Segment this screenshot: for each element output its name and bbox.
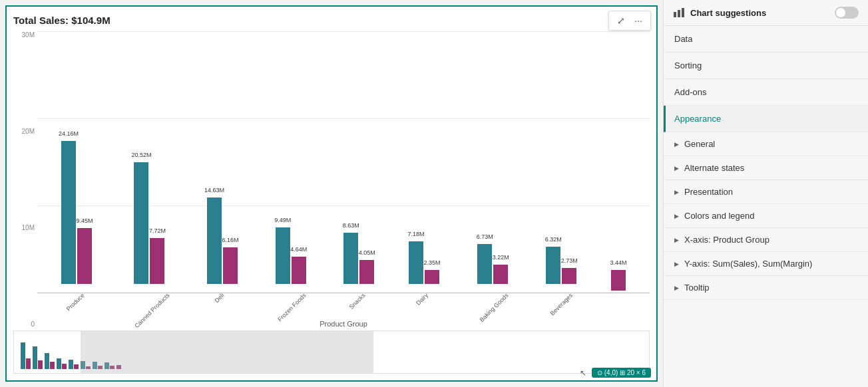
- y-label-30m: 30M: [22, 31, 35, 39]
- chevron-right-icon: ▶: [674, 189, 679, 195]
- bar-value-purple: 3.22M: [493, 254, 509, 261]
- bar-group-baking: 6.73M 3.22M Baking Goods: [474, 244, 512, 293]
- bar-teal-snacks[interactable]: 8.63M: [343, 233, 358, 284]
- x-axis-title: Product Group: [37, 320, 650, 328]
- panel-header: Chart suggestions: [664, 0, 868, 26]
- bar-value-teal: 8.63M: [343, 222, 359, 229]
- bar-value-teal: 6.32M: [545, 236, 562, 243]
- section-tooltip-header[interactable]: ▶ Tooltip: [664, 276, 868, 299]
- bar-value-teal: 24.16M: [59, 130, 79, 137]
- bar-teal-produce[interactable]: 24.16M: [61, 141, 76, 284]
- bar-value-purple: 7.72M: [149, 227, 166, 234]
- y-label-10m: 10M: [22, 224, 35, 231]
- mini-chart[interactable]: [13, 330, 650, 374]
- bar-group-beverages: 6.32M 2.73M Beverages: [546, 247, 576, 293]
- bar-teal-deli[interactable]: 14.63M: [207, 197, 222, 284]
- bar-value-purple: 6.16M: [222, 237, 239, 243]
- section-y-axis-header[interactable]: ▶ Y-axis: Sum(Sales), Sum(Margin): [664, 252, 868, 275]
- section-colors-legend: ▶ Colors and legend: [664, 204, 868, 228]
- bar-pair: 6.73M 3.22M: [477, 244, 508, 284]
- bar-purple-last[interactable]: 3.44M: [611, 270, 626, 291]
- chevron-right-icon: ▶: [674, 165, 679, 172]
- bar-value-purple: 4.05M: [359, 249, 375, 256]
- section-presentation: ▶ Presentation: [664, 180, 868, 204]
- chart-body: 30M 20M 10M 0: [13, 31, 650, 328]
- bar-teal-canned[interactable]: 20.52M: [134, 162, 148, 284]
- bar-group-snacks: 8.63M 4.05M Snacks: [343, 233, 374, 293]
- bar-pair: 3.44M: [611, 270, 626, 291]
- bars-area: 24.16M 9.45M Produce: [37, 31, 650, 293]
- section-general-header[interactable]: ▶ General: [664, 132, 868, 156]
- status-badge: ⊙ (4,0) ⊞ 20 × 6: [592, 368, 651, 378]
- bar-purple-beverages[interactable]: 2.73M: [562, 268, 576, 284]
- bar-group-produce: 24.16M 9.45M Produce: [61, 141, 92, 293]
- bar-value-teal: 14.63M: [204, 187, 224, 194]
- chart-grid: 24.16M 9.45M Produce: [37, 31, 650, 293]
- bar-purple-canned[interactable]: 7.72M: [150, 238, 164, 284]
- x-label-baking: Baking Goods: [478, 292, 509, 323]
- bar-pair: 6.32M 2.73M: [546, 247, 576, 284]
- bar-pair: 14.63M 6.16M: [207, 197, 238, 284]
- y-axis-wrapper: 30M 20M 10M 0: [13, 31, 650, 328]
- mini-bar-purple: [62, 364, 67, 369]
- chevron-right-icon: ▶: [674, 261, 679, 267]
- x-label-produce: Produce: [65, 292, 86, 313]
- status-bar: ↖ ⊙ (4,0) ⊞ 20 × 6: [580, 368, 651, 378]
- bar-purple-dairy[interactable]: 2.35M: [425, 270, 439, 284]
- y-label-0: 0: [31, 321, 35, 328]
- chevron-right-icon: ▶: [674, 285, 679, 291]
- bar-value-purple: 2.73M: [561, 257, 578, 264]
- toggle-switch[interactable]: [835, 7, 859, 19]
- chart-toolbar: ⤢ ···: [608, 11, 651, 31]
- bar-pair: 20.52M 7.72M: [134, 162, 164, 284]
- section-presentation-header[interactable]: ▶ Presentation: [664, 180, 868, 203]
- svg-rect-1: [678, 10, 680, 17]
- x-label-snacks: Snacks: [348, 292, 367, 311]
- bar-group-last: 3.44M: [611, 270, 626, 293]
- section-general: ▶ General: [664, 132, 868, 156]
- right-panel: Chart suggestions Data Sorting Add-ons A…: [663, 0, 868, 387]
- nav-item-data[interactable]: Data: [664, 26, 868, 53]
- section-colors-legend-header[interactable]: ▶ Colors and legend: [664, 204, 868, 227]
- bar-value-teal: 20.52M: [131, 152, 151, 158]
- more-options-button[interactable]: ···: [632, 14, 645, 27]
- bar-purple-snacks[interactable]: 4.05M: [359, 260, 374, 284]
- bar-teal-dairy[interactable]: 7.18M: [409, 241, 423, 284]
- bar-teal-baking[interactable]: 6.73M: [477, 244, 492, 284]
- bar-group-frozen: 9.49M 4.64M Frozen Foods: [272, 227, 310, 293]
- bar-purple-deli[interactable]: 6.16M: [223, 247, 238, 284]
- bar-group-deli: 14.63M 6.16M Deli: [207, 197, 238, 293]
- section-tooltip: ▶ Tooltip: [664, 276, 868, 300]
- bar-purple-frozen[interactable]: 4.64M: [292, 257, 306, 284]
- panel-header-left: Chart suggestions: [673, 7, 766, 19]
- chevron-right-icon: ▶: [674, 237, 679, 243]
- mini-bar-group: [69, 360, 79, 369]
- mini-bar-teal: [33, 346, 37, 369]
- chart-suggestions-icon: [673, 7, 685, 19]
- chevron-right-icon: ▶: [674, 213, 679, 219]
- section-alt-states-header[interactable]: ▶ Alternate states: [664, 156, 868, 180]
- expand-button[interactable]: ⤢: [614, 14, 628, 27]
- bar-value-teal: 6.73M: [477, 233, 493, 240]
- bar-group-canned: 20.52M 7.72M Canned Products: [126, 162, 173, 293]
- bar-purple-produce[interactable]: 9.45M: [77, 228, 92, 284]
- nav-item-addons[interactable]: Add-ons: [664, 79, 868, 106]
- bar-pair: 8.63M 4.05M: [343, 233, 374, 284]
- bar-purple-baking[interactable]: 3.22M: [493, 265, 508, 284]
- bar-value-purple: 9.45M: [76, 217, 93, 224]
- mini-bar-teal: [57, 358, 61, 369]
- chart-plot: 24.16M 9.45M Produce: [37, 31, 650, 328]
- mini-bar-group: [33, 346, 43, 369]
- chart-title: Total Sales: $104.9M: [13, 15, 650, 26]
- cursor-icon: ↖: [580, 368, 586, 378]
- mini-chart-overlay[interactable]: [81, 331, 373, 373]
- section-x-axis-header[interactable]: ▶ X-axis: Product Group: [664, 228, 868, 251]
- toggle-knob: [836, 8, 845, 17]
- bar-teal-beverages[interactable]: 6.32M: [546, 247, 560, 284]
- bar-value-purple: 4.64M: [290, 246, 307, 253]
- x-label-beverages: Beverages: [548, 292, 573, 317]
- nav-item-sorting[interactable]: Sorting: [664, 53, 868, 79]
- nav-item-appearance[interactable]: Appearance: [664, 106, 868, 132]
- bar-teal-frozen[interactable]: 9.49M: [276, 227, 290, 284]
- mini-bar-group: [57, 358, 67, 369]
